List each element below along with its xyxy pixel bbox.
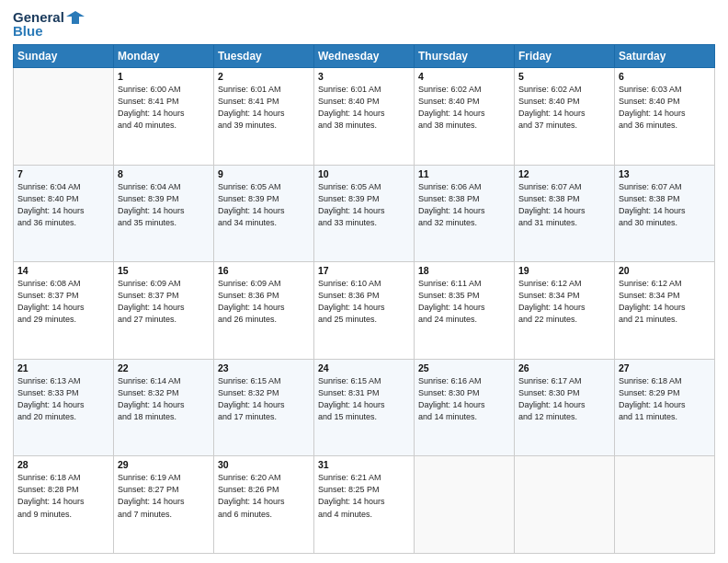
day-info: Sunrise: 6:15 AM Sunset: 8:31 PM Dayligh…: [318, 375, 410, 423]
day-info: Sunrise: 6:09 AM Sunset: 8:36 PM Dayligh…: [218, 278, 310, 326]
calendar-cell: 25Sunrise: 6:16 AM Sunset: 8:30 PM Dayli…: [415, 359, 515, 456]
col-header-saturday: Saturday: [615, 45, 715, 68]
day-info: Sunrise: 6:12 AM Sunset: 8:34 PM Dayligh…: [518, 278, 610, 326]
col-header-thursday: Thursday: [415, 45, 515, 68]
day-number: 11: [418, 168, 510, 179]
day-number: 5: [518, 71, 610, 82]
day-number: 20: [619, 265, 711, 276]
day-number: 12: [518, 168, 610, 179]
day-info: Sunrise: 6:03 AM Sunset: 8:40 PM Dayligh…: [619, 84, 711, 132]
calendar-cell: 24Sunrise: 6:15 AM Sunset: 8:31 PM Dayli…: [314, 359, 415, 456]
logo-blue: Blue: [13, 23, 43, 39]
calendar-cell: 26Sunrise: 6:17 AM Sunset: 8:30 PM Dayli…: [515, 359, 615, 456]
day-number: 29: [118, 459, 210, 470]
calendar-cell: 6Sunrise: 6:03 AM Sunset: 8:40 PM Daylig…: [615, 68, 715, 166]
day-number: 30: [218, 459, 310, 470]
svg-marker-0: [66, 11, 85, 24]
day-number: 18: [418, 265, 510, 276]
calendar-cell: 29Sunrise: 6:19 AM Sunset: 8:27 PM Dayli…: [114, 456, 214, 554]
day-number: 10: [318, 168, 410, 179]
calendar-cell: 1Sunrise: 6:00 AM Sunset: 8:41 PM Daylig…: [114, 68, 214, 166]
day-info: Sunrise: 6:05 AM Sunset: 8:39 PM Dayligh…: [218, 181, 310, 229]
day-number: 24: [318, 362, 410, 373]
day-info: Sunrise: 6:11 AM Sunset: 8:35 PM Dayligh…: [418, 278, 510, 326]
col-header-sunday: Sunday: [14, 45, 114, 68]
calendar-cell: [415, 456, 515, 554]
calendar-cell: 12Sunrise: 6:07 AM Sunset: 8:38 PM Dayli…: [515, 165, 615, 262]
week-row-1: 1Sunrise: 6:00 AM Sunset: 8:41 PM Daylig…: [14, 68, 715, 166]
calendar-cell: 31Sunrise: 6:21 AM Sunset: 8:25 PM Dayli…: [314, 456, 415, 554]
calendar-cell: 13Sunrise: 6:07 AM Sunset: 8:38 PM Dayli…: [615, 165, 715, 262]
day-number: 26: [518, 362, 610, 373]
calendar-cell: 11Sunrise: 6:06 AM Sunset: 8:38 PM Dayli…: [415, 165, 515, 262]
calendar-cell: 5Sunrise: 6:02 AM Sunset: 8:40 PM Daylig…: [515, 68, 615, 166]
day-info: Sunrise: 6:16 AM Sunset: 8:30 PM Dayligh…: [418, 375, 510, 423]
calendar-cell: 14Sunrise: 6:08 AM Sunset: 8:37 PM Dayli…: [14, 262, 114, 360]
logo: General Blue: [13, 9, 85, 39]
day-info: Sunrise: 6:05 AM Sunset: 8:39 PM Dayligh…: [318, 181, 410, 229]
calendar-cell: 16Sunrise: 6:09 AM Sunset: 8:36 PM Dayli…: [214, 262, 314, 360]
day-info: Sunrise: 6:01 AM Sunset: 8:40 PM Dayligh…: [318, 84, 410, 132]
day-number: 13: [619, 168, 711, 179]
calendar-cell: 3Sunrise: 6:01 AM Sunset: 8:40 PM Daylig…: [314, 68, 415, 166]
day-info: Sunrise: 6:12 AM Sunset: 8:34 PM Dayligh…: [619, 278, 711, 326]
col-header-monday: Monday: [114, 45, 214, 68]
day-info: Sunrise: 6:10 AM Sunset: 8:36 PM Dayligh…: [318, 278, 410, 326]
day-info: Sunrise: 6:01 AM Sunset: 8:41 PM Dayligh…: [218, 84, 310, 132]
week-row-4: 21Sunrise: 6:13 AM Sunset: 8:33 PM Dayli…: [14, 359, 715, 456]
day-info: Sunrise: 6:06 AM Sunset: 8:38 PM Dayligh…: [418, 181, 510, 229]
calendar-cell: 30Sunrise: 6:20 AM Sunset: 8:26 PM Dayli…: [214, 456, 314, 554]
day-info: Sunrise: 6:15 AM Sunset: 8:32 PM Dayligh…: [218, 375, 310, 423]
day-number: 8: [118, 168, 210, 179]
day-info: Sunrise: 6:17 AM Sunset: 8:30 PM Dayligh…: [518, 375, 610, 423]
day-number: 31: [318, 459, 410, 470]
day-number: 23: [218, 362, 310, 373]
calendar-cell: 19Sunrise: 6:12 AM Sunset: 8:34 PM Dayli…: [515, 262, 615, 360]
day-number: 9: [218, 168, 310, 179]
day-info: Sunrise: 6:02 AM Sunset: 8:40 PM Dayligh…: [418, 84, 510, 132]
day-number: 4: [418, 71, 510, 82]
day-number: 28: [17, 459, 109, 470]
calendar-cell: [14, 68, 114, 166]
calendar-cell: 4Sunrise: 6:02 AM Sunset: 8:40 PM Daylig…: [415, 68, 515, 166]
day-number: 22: [118, 362, 210, 373]
day-info: Sunrise: 6:08 AM Sunset: 8:37 PM Dayligh…: [17, 278, 109, 326]
calendar-cell: 8Sunrise: 6:04 AM Sunset: 8:39 PM Daylig…: [114, 165, 214, 262]
day-number: 27: [619, 362, 711, 373]
week-row-5: 28Sunrise: 6:18 AM Sunset: 8:28 PM Dayli…: [14, 456, 715, 554]
calendar-cell: 15Sunrise: 6:09 AM Sunset: 8:37 PM Dayli…: [114, 262, 214, 360]
day-number: 25: [418, 362, 510, 373]
calendar-cell: 9Sunrise: 6:05 AM Sunset: 8:39 PM Daylig…: [214, 165, 314, 262]
calendar-cell: 20Sunrise: 6:12 AM Sunset: 8:34 PM Dayli…: [615, 262, 715, 360]
day-number: 2: [218, 71, 310, 82]
calendar-cell: 21Sunrise: 6:13 AM Sunset: 8:33 PM Dayli…: [14, 359, 114, 456]
day-number: 21: [17, 362, 109, 373]
logo-text-block: General Blue: [13, 9, 85, 39]
day-info: Sunrise: 6:18 AM Sunset: 8:29 PM Dayligh…: [619, 375, 711, 423]
day-number: 7: [17, 168, 109, 179]
day-info: Sunrise: 6:07 AM Sunset: 8:38 PM Dayligh…: [518, 181, 610, 229]
header: General Blue: [13, 9, 715, 39]
day-info: Sunrise: 6:18 AM Sunset: 8:28 PM Dayligh…: [17, 472, 109, 520]
day-info: Sunrise: 6:04 AM Sunset: 8:40 PM Dayligh…: [17, 181, 109, 229]
calendar-cell: 18Sunrise: 6:11 AM Sunset: 8:35 PM Dayli…: [415, 262, 515, 360]
day-info: Sunrise: 6:02 AM Sunset: 8:40 PM Dayligh…: [518, 84, 610, 132]
calendar-cell: [515, 456, 615, 554]
day-number: 16: [218, 265, 310, 276]
day-info: Sunrise: 6:13 AM Sunset: 8:33 PM Dayligh…: [17, 375, 109, 423]
day-info: Sunrise: 6:20 AM Sunset: 8:26 PM Dayligh…: [218, 472, 310, 520]
calendar-table: SundayMondayTuesdayWednesdayThursdayFrid…: [13, 44, 715, 554]
calendar-cell: 7Sunrise: 6:04 AM Sunset: 8:40 PM Daylig…: [14, 165, 114, 262]
day-number: 1: [118, 71, 210, 82]
day-info: Sunrise: 6:07 AM Sunset: 8:38 PM Dayligh…: [619, 181, 711, 229]
calendar-cell: 10Sunrise: 6:05 AM Sunset: 8:39 PM Dayli…: [314, 165, 415, 262]
day-info: Sunrise: 6:14 AM Sunset: 8:32 PM Dayligh…: [118, 375, 210, 423]
week-row-3: 14Sunrise: 6:08 AM Sunset: 8:37 PM Dayli…: [14, 262, 715, 360]
header-row: SundayMondayTuesdayWednesdayThursdayFrid…: [14, 45, 715, 68]
day-number: 14: [17, 265, 109, 276]
day-info: Sunrise: 6:21 AM Sunset: 8:25 PM Dayligh…: [318, 472, 410, 520]
page: General Blue SundayMondayTuesdayWednesda…: [0, 0, 728, 563]
calendar-cell: 22Sunrise: 6:14 AM Sunset: 8:32 PM Dayli…: [114, 359, 214, 456]
day-info: Sunrise: 6:04 AM Sunset: 8:39 PM Dayligh…: [118, 181, 210, 229]
col-header-tuesday: Tuesday: [214, 45, 314, 68]
